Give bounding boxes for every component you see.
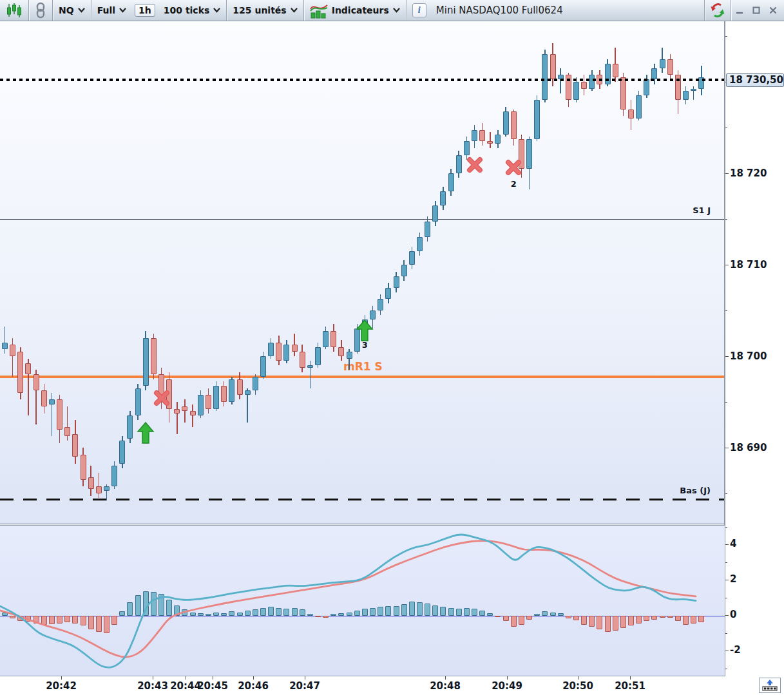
trading-window: NQ Full 1h 100 ticks 125 unités — [0, 0, 784, 695]
indicators-label: Indicateurs — [332, 5, 389, 15]
candle-body — [370, 310, 376, 319]
candle-body — [526, 139, 532, 169]
candle-body — [581, 82, 587, 89]
candle-body — [2, 343, 8, 350]
trade-entry-arrow-marker — [356, 319, 374, 340]
instrument-dropdown[interactable]: NQ — [53, 0, 91, 21]
candle-body — [542, 54, 548, 100]
time-axis-label: 20:43 — [137, 680, 168, 692]
view-label: Full — [97, 5, 115, 15]
candle-body — [33, 374, 39, 390]
pane-divider[interactable] — [0, 524, 725, 524]
time-axis-label: 20:45 — [197, 680, 228, 692]
chevron-down-icon — [393, 8, 400, 13]
candle-body — [198, 395, 204, 415]
candle-body — [448, 173, 454, 191]
time-axis-label: 20:49 — [492, 680, 522, 692]
candle-body — [237, 379, 243, 395]
candle-body — [432, 205, 438, 222]
minimize-button[interactable] — [731, 0, 748, 21]
toolbar: NQ Full 1h 100 ticks 125 unités — [0, 0, 784, 21]
candle-wick — [5, 327, 6, 354]
ticks-dropdown[interactable]: 100 ticks — [158, 0, 227, 21]
candle-body — [182, 406, 187, 411]
candle-body — [127, 415, 133, 439]
close-icon — [769, 6, 778, 15]
chevron-down-icon — [78, 8, 85, 13]
candle-body — [573, 82, 579, 100]
units-label: 125 unités — [233, 5, 286, 15]
price-axis-label: 18 720 — [730, 167, 767, 179]
price-chart-pane[interactable]: S1 JmR1 SBas (J) 32 ProRealTime Trading … — [0, 21, 725, 524]
candle-body — [307, 365, 313, 368]
close-button[interactable] — [765, 0, 781, 21]
candle-body — [456, 155, 462, 173]
candle-body — [628, 109, 634, 119]
timeframe-button[interactable]: 1h — [135, 4, 155, 17]
candle-body — [315, 347, 321, 365]
candle-body — [283, 345, 289, 361]
window-title: Mini NASDAQ100 Full0624 — [432, 0, 569, 21]
restore-panel-button[interactable] — [759, 678, 781, 693]
candle-body — [323, 331, 329, 347]
candle-body — [464, 141, 470, 155]
units-dropdown[interactable]: 125 unités — [227, 0, 303, 21]
candle-body — [338, 347, 344, 356]
candle-body — [667, 59, 673, 75]
time-axis-label: 20:47 — [289, 680, 320, 692]
price-axis-label: 18 690 — [730, 442, 767, 453]
info-icon: i — [412, 3, 426, 17]
time-axis-label: 20:42 — [46, 680, 77, 692]
trade-marker-number: 3 — [358, 340, 371, 350]
candle-body — [253, 377, 258, 390]
view-dropdown[interactable]: Full — [91, 0, 132, 21]
refresh-button[interactable] — [705, 0, 731, 21]
time-axis-label: 20:46 — [238, 680, 269, 692]
macd-axis-label: 0 — [730, 609, 736, 620]
candle-body — [260, 356, 266, 377]
candle-body — [268, 343, 274, 356]
info-button[interactable]: i — [406, 0, 432, 21]
candle-body — [119, 441, 125, 464]
trade-exit-cross-marker — [466, 156, 484, 176]
time-axis-tick — [305, 676, 305, 680]
chart-type-button[interactable] — [0, 0, 28, 21]
macd-indicator-pane[interactable] — [0, 525, 725, 676]
candle-body — [17, 352, 23, 393]
candle-body — [206, 395, 211, 408]
candle-body — [479, 130, 485, 142]
candle-body — [425, 222, 430, 238]
candle-body — [394, 276, 399, 288]
time-axis-tick — [507, 676, 508, 680]
time-axis-tick — [630, 676, 631, 680]
link-button[interactable] — [29, 0, 52, 21]
indicators-dropdown[interactable]: Indicateurs — [304, 0, 406, 21]
level-label-low-daily: Bas (J) — [680, 486, 711, 495]
candle-body — [330, 331, 336, 347]
maximize-icon — [752, 6, 761, 15]
level-line-mr1 — [0, 376, 725, 378]
price-axis-label: 18 710 — [730, 259, 767, 271]
candle-body — [292, 345, 298, 352]
time-axis-tick — [153, 676, 153, 680]
candle-body — [385, 288, 391, 300]
level-line-last-price-dotted — [0, 79, 725, 81]
time-axis-label: 20:51 — [615, 680, 645, 692]
candle-body — [221, 386, 227, 402]
candle-body — [143, 338, 149, 386]
macd-lines-layer — [0, 526, 725, 676]
time-axis-label: 20:50 — [562, 680, 593, 692]
candle-body — [495, 135, 501, 144]
candle-body — [41, 390, 47, 406]
time-axis-tick — [213, 676, 213, 680]
level-label-s1-daily: S1 J — [693, 205, 711, 215]
macd-axis-label: 4 — [730, 538, 736, 549]
candle-body — [440, 191, 446, 205]
time-axis: 20:4220:4320:4420:4520:4620:4720:4820:49… — [0, 676, 784, 695]
candle-wick — [177, 402, 178, 434]
candle-body — [229, 379, 234, 403]
maximize-button[interactable] — [748, 0, 765, 21]
candle-wick — [192, 405, 193, 428]
time-axis-tick — [61, 676, 62, 680]
candle-body — [111, 466, 117, 486]
